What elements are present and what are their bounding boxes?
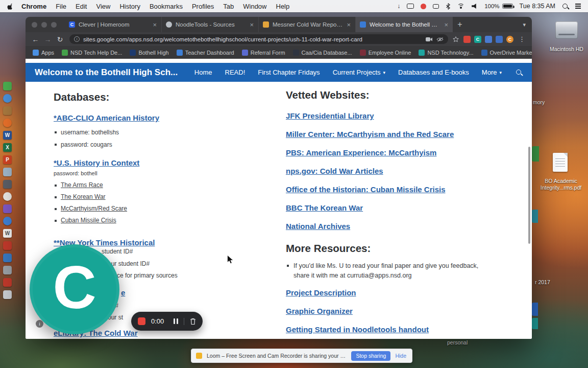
resource-link[interactable]: Getting Started in Noodletools handout (286, 325, 429, 335)
dock-app-icon[interactable]: X (3, 143, 12, 152)
nav-more[interactable]: More ▾ (482, 68, 502, 76)
page-scrollbar[interactable] (528, 147, 530, 244)
trash-button[interactable] (190, 318, 196, 325)
spotlight-icon[interactable] (562, 3, 569, 10)
menubar-clock[interactable]: Tue 8:35 AM (520, 3, 555, 10)
site-info-icon[interactable]: i (74, 36, 80, 42)
vetted-link[interactable]: BBC The Korean War (286, 203, 363, 213)
wifi-icon[interactable] (457, 4, 465, 9)
tab-noodletools[interactable]: NoodleTools - Sources × (162, 17, 259, 32)
dock-app-icon[interactable] (3, 290, 12, 299)
tab-close-icon[interactable]: × (346, 21, 351, 29)
dock-app-icon[interactable] (3, 204, 12, 213)
vetted-link[interactable]: National Archives (286, 221, 350, 232)
notification-center-icon[interactable] (575, 4, 581, 9)
bookmark-item[interactable]: Referral Form (242, 50, 285, 56)
screen-mirroring-icon[interactable] (407, 4, 414, 9)
site-search-icon[interactable] (516, 69, 523, 76)
dock-app-icon[interactable]: P (3, 155, 12, 164)
back-button[interactable]: ← (31, 35, 40, 43)
menubar-item[interactable]: Bookmarks (145, 3, 187, 10)
resource-link[interactable]: Project Description (286, 288, 356, 298)
bookmark-item[interactable]: OverDrive Market... (481, 50, 532, 56)
browser-menu-icon[interactable]: ⋮ (517, 35, 527, 43)
menubar-item[interactable]: Window (238, 3, 271, 10)
url-text[interactable]: sites.google.com/apps.nsd.org/welcometot… (83, 36, 422, 42)
tab-close-icon[interactable]: × (444, 21, 449, 29)
dock-app-icon[interactable] (3, 119, 12, 127)
vetted-link[interactable]: Office of the Historian: Cuban Missile C… (286, 185, 446, 195)
bookmark-item[interactable]: Apps (33, 50, 54, 56)
resource-link[interactable]: Graphic Organizer (286, 306, 353, 316)
dock-app-icon[interactable] (3, 266, 12, 274)
loom-camera-bubble[interactable]: C (30, 244, 119, 334)
dock-app-icon[interactable]: W (3, 229, 12, 238)
battery-indicator[interactable]: 100% (484, 3, 512, 9)
eye-off-icon[interactable] (436, 37, 444, 42)
dock-app-icon[interactable] (3, 278, 12, 287)
topic-link[interactable]: Cuban Missile Crisis (61, 217, 116, 224)
dock-app-icon[interactable] (3, 168, 12, 176)
volume-icon[interactable] (472, 4, 478, 9)
dock-app-icon[interactable] (3, 106, 12, 115)
puzzle-extension-icon[interactable] (485, 36, 492, 43)
pause-button[interactable] (174, 318, 178, 324)
desktop-icon-partial[interactable] (532, 146, 539, 162)
window-zoom-button[interactable] (51, 22, 57, 28)
bluetooth-icon[interactable] (446, 3, 451, 10)
topic-link[interactable]: The Korean War (61, 193, 106, 200)
bookmark-item[interactable]: Caa/Cia Database... (293, 50, 352, 56)
record-stop-button[interactable] (138, 317, 145, 325)
macintosh-hd-icon[interactable] (555, 21, 578, 39)
dock-app-icon[interactable] (3, 254, 12, 262)
site-title[interactable]: Welcome to the Bothell High Sch... (35, 67, 178, 78)
dock-app-icon[interactable] (3, 241, 12, 250)
hide-banner-link[interactable]: Hide (395, 353, 407, 359)
info-icon[interactable]: i (36, 320, 43, 328)
tab-bothell-high-active[interactable]: Welcome to the Bothell High S × (356, 17, 453, 32)
new-tab-button[interactable]: + (453, 20, 467, 29)
tab-messner-report-card[interactable]: Messner Cold War Report Card × (259, 17, 356, 32)
bookmark-item[interactable]: NSD Technology... (419, 50, 473, 56)
download-icon[interactable]: ↓ (397, 3, 400, 9)
clever-extension-icon[interactable]: C (474, 36, 481, 43)
tab-close-icon[interactable]: × (249, 21, 254, 29)
nav-current-projects[interactable]: Current Projects ▾ (333, 68, 385, 76)
tab-search-chevron-icon[interactable]: ▾ (523, 21, 526, 28)
extension-icon[interactable]: C (506, 36, 513, 43)
vetted-link[interactable]: Miller Center: McCarthyism and the Red S… (286, 129, 454, 140)
window-close-button[interactable] (32, 22, 37, 28)
camera-icon[interactable] (426, 37, 433, 42)
vetted-link[interactable]: JFK Presidential Library (286, 111, 374, 121)
menubar-item[interactable]: Edit (71, 3, 91, 10)
link-abc-clio[interactable]: *ABC-CLIO American History (54, 113, 258, 123)
dock-app-icon[interactable]: W (3, 131, 12, 140)
apple-logo-icon[interactable] (7, 3, 14, 10)
nav-read[interactable]: READ! (225, 68, 246, 76)
desktop-icon-partial[interactable] (532, 318, 538, 329)
stop-sharing-button[interactable]: Stop sharing (351, 351, 390, 361)
dock-app-icon[interactable] (3, 217, 12, 225)
reload-button[interactable]: ↻ (55, 35, 65, 43)
bookmark-star-icon[interactable] (453, 36, 459, 42)
dock-app-icon[interactable] (3, 82, 12, 90)
menubar-item[interactable]: Tab (218, 3, 238, 10)
extension-icon[interactable] (496, 36, 503, 43)
window-minimize-button[interactable] (41, 22, 47, 28)
nav-first-chapter-fridays[interactable]: First Chapter Fridays (258, 68, 320, 76)
bookmark-item[interactable]: Bothell High (130, 50, 168, 56)
desktop-icon-partial[interactable] (532, 210, 538, 223)
tab-close-icon[interactable]: × (152, 21, 157, 29)
dock-app-icon[interactable] (3, 180, 12, 189)
nav-home[interactable]: Home (194, 68, 212, 76)
pdf-document-icon[interactable] (553, 153, 568, 172)
menubar-item[interactable]: Help (272, 3, 295, 10)
display-icon[interactable] (433, 4, 439, 9)
menubar-item[interactable]: Chrome (17, 3, 51, 10)
vetted-link[interactable]: nps.gov: Cold War Articles (286, 166, 383, 176)
address-bar[interactable]: i sites.google.com/apps.nsd.org/welcomet… (69, 34, 448, 44)
menubar-item[interactable]: Profiles (187, 3, 218, 10)
topic-link[interactable]: McCarthyism/Red Scare (61, 205, 127, 212)
forward-button[interactable]: → (43, 35, 53, 43)
dock-app-icon[interactable] (3, 192, 12, 201)
